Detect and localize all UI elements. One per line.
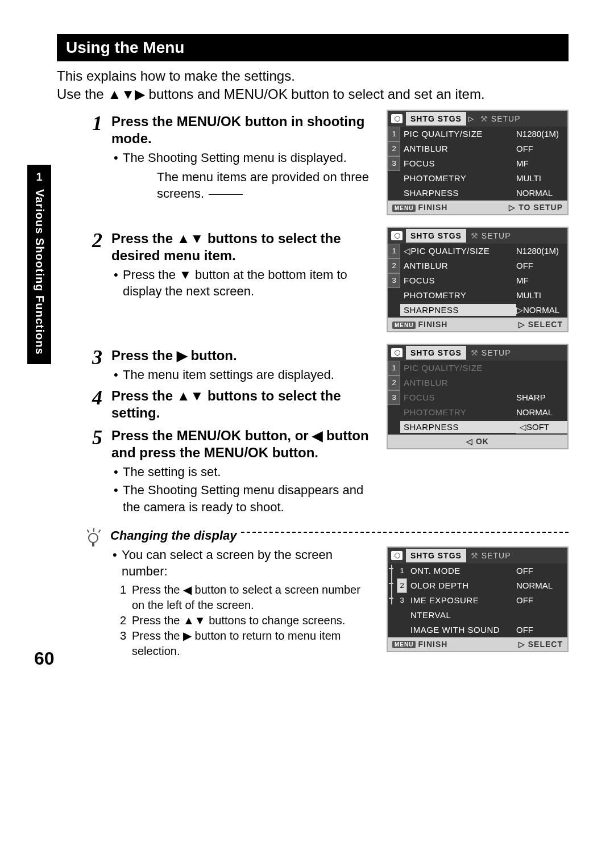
lcd-row-value: MF xyxy=(516,158,567,168)
lcd-row-label: IME EXPOSURE xyxy=(407,595,516,605)
menu-badge: MENU xyxy=(392,641,416,648)
lcd-row-label: ANTIBLUR xyxy=(400,261,516,270)
right-icon: ▶ xyxy=(183,629,192,642)
step-5-title: Press the MENU/OK button, or ◀ button an… xyxy=(111,427,375,461)
lcd-tab-active: SHTG STGS xyxy=(406,346,466,360)
lcd-menu-row: SHARPNESS xyxy=(388,420,516,435)
lcd-option-row: SHARP xyxy=(516,390,567,405)
lcd-menu-row: 2ANTIBLUROFF xyxy=(388,141,567,156)
tip-heading: Changing the display xyxy=(110,528,569,543)
lcd-option-row: NORMAL xyxy=(516,405,567,420)
step-1-caption: The menu items are provided on three scr… xyxy=(157,169,375,202)
lcd-select: ▷ SELECT xyxy=(518,640,563,649)
step-1: 1 Press the MENU/OK button in shooting m… xyxy=(85,113,375,202)
lcd-ok: ◁ OK xyxy=(388,435,567,448)
lcd-screenshot-2: SHTG STGS ⚒ SETUP 1◁PIC QUALITY/SIZEN128… xyxy=(387,227,569,332)
lcd-row-label: PIC QUALITY/SIZE xyxy=(400,129,516,139)
lcd-row-label: PHOTOMETRY xyxy=(400,290,516,300)
lcd-row-value: MULTI xyxy=(516,290,567,300)
menu-badge: MENU xyxy=(392,205,416,212)
lcd-row-label: ANTIBLUR xyxy=(400,144,516,153)
lcd-row-label: SHARPNESS xyxy=(400,304,516,316)
lcd-row-label: SHARPNESS xyxy=(400,421,516,433)
tip-sub-1: 1Press the ◀ button to select a screen n… xyxy=(110,582,375,613)
lcd-menu-row: ONT. MODEOFF xyxy=(407,564,567,578)
lcd-tab-active: SHTG STGS xyxy=(406,549,466,562)
lcd-menu-row: 3FOCUSMF xyxy=(388,156,567,171)
camera-icon xyxy=(391,551,403,560)
step-1-bullet: The Shooting Setting menu is displayed. xyxy=(111,149,375,166)
lcd-option-row: ◁SOFT xyxy=(516,420,567,435)
up-down-icon: ▲▼ xyxy=(177,388,204,403)
lcd-row-label: SHARPNESS xyxy=(400,188,516,198)
lcd-menu-row: IMAGE WITH SOUNDOFF xyxy=(407,623,567,637)
chapter-label: Various Shooting Functions xyxy=(33,189,46,355)
camera-icon xyxy=(391,114,403,123)
left-icon: ◀ xyxy=(183,583,192,596)
lcd-row-label: FOCUS xyxy=(400,276,516,285)
lcd-option-value: NORMAL xyxy=(516,407,567,417)
lcd-row-label: ANTIBLUR xyxy=(400,378,516,387)
tip-bullet: You can select a screen by the screen nu… xyxy=(110,546,375,580)
menu-badge: MENU xyxy=(392,322,416,329)
step-number: 1 xyxy=(85,113,102,202)
lcd-row-label: ◁PIC QUALITY/SIZE xyxy=(400,246,516,256)
lcd-menu-row: IME EXPOSUREOFF xyxy=(407,593,567,608)
lcd-menu-row: PHOTOMETRYMULTI xyxy=(388,288,567,303)
lcd-row-value: OFF xyxy=(516,595,567,605)
lcd-menu-row: OLOR DEPTHNORMAL xyxy=(407,578,567,593)
lcd-row-value: NORMAL xyxy=(516,581,567,590)
up-down-icon: ▲▼ xyxy=(177,231,204,246)
lcd-screen-number: 1 xyxy=(397,564,407,578)
lcd-row-index: 3 xyxy=(388,390,400,405)
step-number: 2 xyxy=(85,230,102,301)
lcd-row-value: ▷NORMAL xyxy=(516,305,567,315)
step-3-bullet: The menu item settings are displayed. xyxy=(111,366,375,383)
lcd-screenshot-4: SHTG STGS ⚒ SETUP 123 ONT. MODEOFFOLOR D… xyxy=(387,546,569,652)
step-5-bullet-1: The setting is set. xyxy=(111,464,375,481)
lcd-row-index: 2 xyxy=(388,141,400,156)
lcd-row-label: FOCUS xyxy=(400,393,516,402)
lcd-row-index: 2 xyxy=(388,258,400,273)
step-5-bullet-2: The Shooting Setting menu disappears and… xyxy=(111,482,375,515)
tip-lightbulb-icon xyxy=(85,528,102,548)
lcd-footer: MENUFINISH ▷ SELECT xyxy=(388,637,567,651)
lcd-row-index: 3 xyxy=(388,273,400,288)
intro-text: This explains how to make the settings. … xyxy=(57,67,569,104)
lcd-menu-row: 3FOCUS xyxy=(388,390,516,405)
step-3-title: Press the ▶ button. xyxy=(111,347,375,364)
dash-rule xyxy=(241,532,569,533)
lcd-row-label: OLOR DEPTH xyxy=(407,581,516,590)
camera-icon xyxy=(391,348,403,357)
lcd-row-value: MF xyxy=(516,276,567,285)
lcd-row-index xyxy=(388,186,400,201)
step-number: 5 xyxy=(85,427,102,516)
lcd-menu-row: PHOTOMETRY xyxy=(388,405,516,420)
step-4: 4 Press the ▲▼ buttons to select the set… xyxy=(85,387,375,424)
lcd-row-label: PIC QUALITY/SIZE xyxy=(400,363,516,373)
lcd-row-value: OFF xyxy=(516,144,567,153)
left-icon: ◀ xyxy=(312,428,322,443)
lcd-option-value: ◁SOFT xyxy=(516,421,567,433)
lcd-menu-row: SHARPNESSNORMAL xyxy=(388,186,567,201)
lcd-tab-setup: ⚒ SETUP xyxy=(476,112,525,126)
lcd-screen-number: 2 xyxy=(397,578,407,593)
lcd-tab-setup: ⚒ SETUP xyxy=(466,229,516,243)
lcd-tab-active: SHTG STGS xyxy=(406,112,466,126)
lcd-tab-setup: ⚒ SETUP xyxy=(466,346,516,360)
intro-line-2a: Use the xyxy=(57,86,107,102)
lcd-row-value: MULTI xyxy=(516,173,567,183)
chapter-number: 1 xyxy=(27,170,51,183)
right-icon: ▶ xyxy=(177,348,187,363)
lcd-to-setup: ▷ TO SETUP xyxy=(509,203,563,212)
up-down-icon: ▲▼ xyxy=(183,614,206,627)
lcd-menu-row: PHOTOMETRYMULTI xyxy=(388,171,567,186)
lcd-menu-row: SHARPNESS▷NORMAL xyxy=(388,303,567,318)
step-2-bullet: Press the ▼ button at the bottom item to… xyxy=(111,266,375,300)
lcd-row-value: OFF xyxy=(516,261,567,270)
section-title: Using the Menu xyxy=(57,34,569,61)
lcd-footer: MENUFINISH ▷ TO SETUP xyxy=(388,201,567,214)
lcd-row-label: PHOTOMETRY xyxy=(400,173,516,183)
intro-line-1: This explains how to make the settings. xyxy=(57,68,295,84)
lcd-tab-active: SHTG STGS xyxy=(406,229,466,243)
